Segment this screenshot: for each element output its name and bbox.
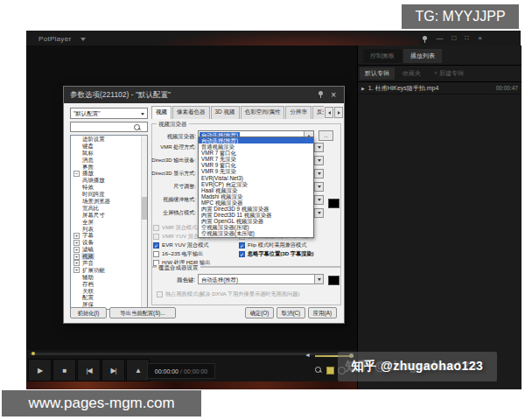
tree-item[interactable]: 存档 [71,281,147,288]
tree-item[interactable]: 屏幕尺寸 [71,212,147,219]
chevron-down-icon[interactable] [314,209,323,217]
dropdown-item[interactable]: MPC 视频渲染器 [199,200,313,206]
dropdown-item[interactable]: VMR 7 无渲染 [199,156,313,162]
tree-scrollbar[interactable] [141,136,147,309]
album-tab-2[interactable]: + 新建专辑 [429,67,469,80]
chevron-down-icon[interactable] [314,170,323,178]
tree-item[interactable]: +设备 [71,239,147,246]
chevron-down-icon[interactable] [314,183,323,191]
album-tab-0[interactable]: 默认专辑 [360,67,395,80]
checkbox[interactable]: ✓ [239,251,245,257]
dropdown-item[interactable]: 普通视频渲染 [199,144,313,150]
stop-button[interactable]: ■ [52,359,76,382]
tree-item[interactable]: 场景浏览器 [71,198,147,205]
prev-button[interactable]: |◀ [77,359,101,382]
tree-item[interactable]: +字幕 [71,232,147,239]
tree-item[interactable]: +声音 [71,260,147,267]
tree-item[interactable]: +滤镜 [71,246,147,253]
playlist-tab-0[interactable]: 控制面板 [363,49,402,63]
expand-icon[interactable]: + [74,240,80,246]
minimize-icon[interactable]: — [436,34,443,42]
panel-icon[interactable]: ∷ [465,34,469,42]
tree-item[interactable]: 时间跨度 [71,191,147,198]
pin-icon[interactable] [423,36,427,40]
dropdown-item[interactable]: VMR 9 窗口化 [199,162,313,168]
chevron-down-icon[interactable] [314,157,323,164]
chevron-down-icon[interactable] [314,275,323,284]
collapse-icon[interactable]: − [74,171,80,177]
album-tab-1[interactable]: 收藏夹 [397,67,426,80]
dropdown-item[interactable]: 内置 Direct3D 9 视频渲染器 [199,206,313,212]
dropdown-item[interactable]: 空视频渲染器(未压缩) [199,230,313,236]
tree-item[interactable]: 辅助 [71,274,147,281]
cancel-button[interactable]: 取消(C) [276,307,305,318]
close-icon[interactable]: × [478,34,482,42]
expand-icon[interactable]: + [74,260,80,266]
next-button[interactable]: ▶| [102,359,125,382]
volume-icon[interactable]: ◄ [304,352,311,358]
player-titlebar[interactable]: PotPlayer —□∷× [26,31,521,46]
seek-thumb[interactable] [32,352,35,355]
ok-button[interactable]: 确定(O) [245,307,274,318]
tree-item[interactable]: 特效 [71,184,147,191]
dropdown-item[interactable]: EVR(Vista/.Net3) [199,175,313,181]
tree-item[interactable]: +视频 [71,253,147,260]
dropdown-item[interactable]: VMR 7 窗口化 [199,150,313,156]
tab-4[interactable]: 分辨率 [285,106,312,119]
checkbox[interactable] [153,234,159,240]
checkbox[interactable]: ✓ [239,242,245,248]
tree-item[interactable]: 高级播放 [71,177,147,184]
tab-3[interactable]: 色彩空间/属性 [241,106,285,119]
dropdown-item[interactable]: VMR 9 无渲染 [199,168,313,174]
playlist-tab-1[interactable]: 播放列表 [403,49,442,63]
tab-scroll-left-icon[interactable] [325,107,333,118]
tree-item[interactable]: 界面 [71,164,147,171]
scrollbar-thumb[interactable] [142,197,147,220]
expand-icon[interactable]: + [74,267,80,273]
expand-icon[interactable]: + [74,254,80,260]
renderer-more-button[interactable]: ... [318,130,333,141]
tree-item[interactable]: 全屏 [71,219,147,226]
tab-scroll-right-icon[interactable] [334,107,343,118]
buffer-color-swatch[interactable] [328,199,340,208]
tree-item[interactable]: +扩展功能 [71,267,147,274]
dropdown-item[interactable]: Madshi 视频渲染 [199,193,313,200]
zoom-icon[interactable] [315,367,322,374]
tree-item[interactable]: 键盘 [71,143,147,150]
tab-2[interactable]: 3D 视频 [211,106,240,119]
open-button[interactable]: ▲ [126,359,150,382]
maximize-icon[interactable]: □ [452,34,456,42]
dialog-titlebar[interactable]: 参数选项(221102) - "默认配置" × [64,87,344,103]
tree-item[interactable]: 关联 [71,288,147,295]
playlist-item[interactable]: ▶1. 杜甫HiKeys随手拍.mp400:00:47 [358,82,522,94]
expand-icon[interactable]: + [74,233,80,239]
tab-0[interactable]: 视频 [151,106,172,119]
profile-select[interactable]: "默认配置" [70,108,148,119]
play-button[interactable]: ▶ [28,359,52,382]
expand-icon[interactable]: + [74,247,80,253]
pin-icon[interactable] [318,91,323,95]
tree-item[interactable]: 宽高比 [71,205,147,212]
chevron-down-icon[interactable] [314,144,323,151]
tree-item[interactable]: 列表 [71,226,147,233]
exclusive-mode-checkbox[interactable] [157,291,163,298]
export-config-button[interactable]: 导出当前配置(S)... [109,307,176,318]
init-button[interactable]: 初始化(I) [70,307,107,318]
tree-item[interactable]: 配置 [71,294,147,301]
dropdown-item[interactable]: 内置 OpenGL 视频渲染器 [199,218,313,224]
color-key-combobox[interactable]: 自动选择(推荐) [198,274,324,284]
search-icon[interactable] [134,124,140,130]
apply-button[interactable]: 应用(A) [308,307,337,318]
dropdown-item[interactable]: 内置 Direct3D 11 视频渲染器 [199,212,313,218]
close-icon[interactable]: × [331,87,336,103]
subtitle-icon[interactable] [326,367,334,374]
tab-5[interactable]: 反交错 [312,106,324,119]
chevron-down-icon[interactable] [80,38,86,41]
checkbox[interactable]: ✓ [153,242,159,248]
chevron-down-icon[interactable] [314,196,323,204]
tree-item[interactable]: 鼠标 [71,150,147,157]
checkbox[interactable] [153,225,159,231]
dropdown-item[interactable]: 自动选择(推荐) [199,137,313,144]
dropdown-item[interactable]: 空视频渲染器(压缩) [199,224,313,230]
tree-item[interactable]: −播放 [71,170,147,177]
